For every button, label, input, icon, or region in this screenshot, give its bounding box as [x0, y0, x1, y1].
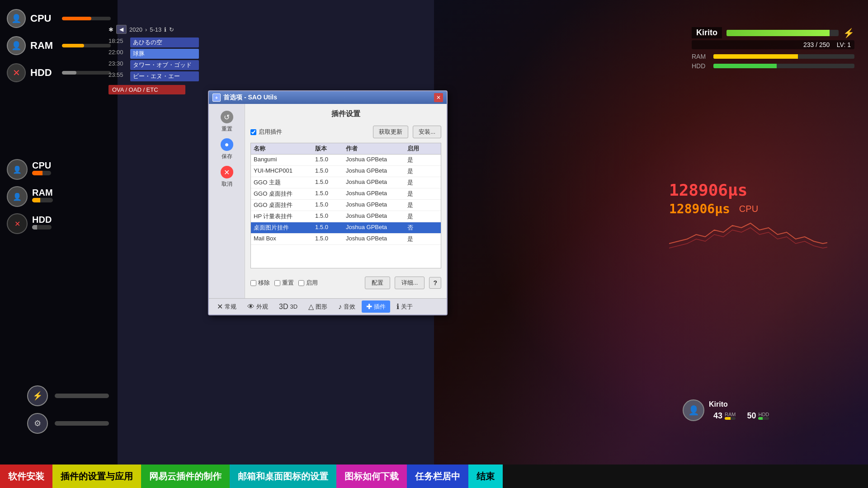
tv-item-1[interactable]: 22:00 球豚	[108, 49, 199, 59]
settings-icon[interactable]: ⚙	[27, 413, 48, 434]
speed-bar	[55, 394, 109, 398]
cpu-bar-container	[62, 17, 111, 20]
hdd-bar-fill	[62, 71, 76, 75]
dialog-section-title: 插件设置	[250, 109, 441, 119]
dialog-sidebar: ↺ 重置 ● 保存 ✕ 取消	[209, 104, 245, 298]
reset-checkbox-label[interactable]: 重置	[274, 279, 294, 287]
cpu-value-1: 128906μs	[669, 181, 850, 199]
dialog-cancel-item[interactable]: ✕ 取消	[211, 166, 242, 188]
char-avatar: 👤	[683, 399, 704, 421]
monitor-ram-icon: 👤	[7, 186, 28, 207]
tab-appearance[interactable]: 👁 外观	[243, 301, 273, 313]
hud-ram-bar	[713, 54, 854, 59]
plugin-row-3[interactable]: GGO 桌面挂件 1.5.0 Joshua GPBeta 是	[251, 188, 441, 200]
sidebar-cpu-label: CPU	[30, 13, 57, 24]
detail-button[interactable]: 详细...	[395, 277, 425, 289]
tv-title-3: ビー・エヌ・エー	[130, 71, 199, 81]
enable-checkbox[interactable]	[298, 280, 304, 286]
plugin-row-7[interactable]: Mail Box 1.5.0 Joshua GPBeta 是	[251, 234, 441, 245]
tab-plugins[interactable]: ✚ 插件	[362, 300, 390, 313]
bottom-icons: ⚡ ⚙	[27, 385, 109, 434]
reset-checkbox[interactable]	[274, 280, 280, 286]
plugin-row-4[interactable]: GGO 桌面挂件 1.5.0 Joshua GPBeta 是	[251, 200, 441, 211]
plugin-name-0: Bangumi	[254, 156, 315, 164]
plugin-row-2[interactable]: GGO 主题 1.5.0 Joshua GPBeta 是	[251, 177, 441, 188]
hdd-bar-container	[62, 71, 111, 75]
plugin-author-6: Joshua GPBeta	[346, 224, 407, 232]
reset-icon: ↺	[221, 111, 233, 123]
col-name: 名称	[254, 145, 315, 153]
dialog-reset-item[interactable]: ↺ 重置	[211, 111, 242, 133]
cpu-graph-area: 128906μs 128906μs CPU	[669, 181, 850, 253]
ticker-item-3: 邮箱和桌面图标的设置	[230, 465, 336, 488]
plugin-author-4: Joshua GPBeta	[346, 201, 407, 209]
plugin-row-6[interactable]: 桌面图片挂件 1.5.0 Joshua GPBeta 否	[251, 222, 441, 234]
speed-icon[interactable]: ⚡	[27, 385, 48, 406]
install-button[interactable]: 安装...	[413, 126, 441, 138]
enable-plugin-checkbox-label[interactable]: 启用插件	[250, 128, 282, 136]
hud-hdd-bar	[713, 64, 854, 68]
sidebar-stat-ram: 👤 RAM	[7, 36, 111, 55]
dialog-close-button[interactable]: ✕	[434, 93, 443, 102]
tv-item-3[interactable]: 23:55 ビー・エヌ・エー	[108, 71, 199, 81]
tv-item-2[interactable]: 23:30 タワー・オブ・ゴッド	[108, 60, 199, 70]
tab-audio-label: 音效	[344, 303, 355, 311]
plugin-name-7: Mail Box	[254, 235, 315, 243]
plugin-name-4: GGO 桌面挂件	[254, 201, 315, 209]
plugin-name-3: GGO 桌面挂件	[254, 190, 315, 198]
dvd-label[interactable]: OVA / OAD / ETC	[108, 85, 185, 94]
char-mini-fill-ram	[725, 417, 731, 420]
dialog-cancel-label: 取消	[222, 180, 232, 188]
plugin-ver-5: 1.5.0	[315, 212, 346, 221]
tab-general[interactable]: ✕ 常规	[212, 300, 241, 313]
plugin-row-0[interactable]: Bangumi 1.5.0 Joshua GPBeta 是	[251, 155, 441, 166]
plugin-footer: 移除 重置 启用 配置 详细... ?	[250, 273, 441, 293]
cancel-icon: ✕	[221, 166, 233, 178]
tv-back-btn[interactable]: ◀	[116, 25, 127, 34]
tv-time-0: 18:25	[108, 38, 127, 47]
ticker-text-0: 软件安装	[8, 470, 44, 483]
config-button[interactable]: 配置	[365, 277, 390, 289]
dialog-save-item[interactable]: ● 保存	[211, 138, 242, 160]
enable-checkbox-label[interactable]: 启用	[298, 279, 318, 287]
plugin-ver-1: 1.5.0	[315, 167, 346, 175]
tab-general-label: 常规	[225, 303, 236, 311]
plugin-row-1[interactable]: YUI-MHCP001 1.5.0 Joshua GPBeta 是	[251, 166, 441, 177]
tab-appearance-label: 外观	[256, 303, 268, 311]
plugin-author-2: Joshua GPBeta	[346, 178, 407, 187]
enable-plugin-label: 启用插件	[259, 128, 282, 136]
tab-graphics[interactable]: △ 图形	[304, 300, 332, 313]
char-stat-ram-num: 43	[709, 411, 722, 421]
help-button[interactable]: ?	[429, 277, 441, 289]
plugin-author-1: Joshua GPBeta	[346, 167, 407, 175]
plugin-author-3: Joshua GPBeta	[346, 190, 407, 198]
plugin-table-header: 名称 版本 作者 启用	[251, 143, 441, 155]
tv-time-2: 23:30	[108, 60, 127, 70]
tab-about-icon: ℹ	[396, 302, 399, 311]
hud-ram-bar-fill	[713, 54, 798, 59]
bottom-ticker: 软件安装 插件的设置与应用 网易云插件的制作 邮箱和桌面图标的设置 图标如何下载…	[0, 465, 868, 488]
tab-3d-label: 3D	[290, 303, 297, 310]
ticker-text-3: 邮箱和桌面图标的设置	[238, 470, 328, 483]
remove-checkbox-label[interactable]: 移除	[250, 279, 270, 287]
tab-3d-icon: 3D	[279, 303, 288, 311]
char-info-row: 👤 Kirito 43 RAM 50 HDD	[683, 399, 854, 421]
ticker-item-6: 结束	[468, 465, 503, 488]
ram-bar-fill	[62, 44, 84, 47]
enable-plugin-checkbox[interactable]	[250, 129, 256, 135]
plugin-enabled-3: 是	[407, 190, 438, 198]
tab-about[interactable]: ℹ 关于	[392, 300, 417, 313]
plugin-table-body[interactable]: Bangumi 1.5.0 Joshua GPBeta 是 YUI-MHCP00…	[251, 155, 441, 245]
ram-bar-container	[62, 44, 111, 47]
ticker-item-4: 图标如何下载	[336, 465, 407, 488]
char-stat-hdd-num: 50	[742, 411, 756, 421]
tv-item-0[interactable]: 18:25 あひるの空	[108, 38, 199, 47]
remove-checkbox[interactable]	[250, 280, 256, 286]
remove-label: 移除	[258, 279, 270, 287]
tab-3d[interactable]: 3D 3D	[274, 301, 302, 313]
tv-time-3: 23:55	[108, 71, 127, 81]
tv-year: 2020	[129, 26, 142, 33]
plugin-row-5[interactable]: HP 计量表挂件 1.5.0 Joshua GPBeta 是	[251, 211, 441, 222]
tab-audio[interactable]: ♪ 音效	[334, 301, 360, 313]
get-update-button[interactable]: 获取更新	[373, 126, 408, 138]
